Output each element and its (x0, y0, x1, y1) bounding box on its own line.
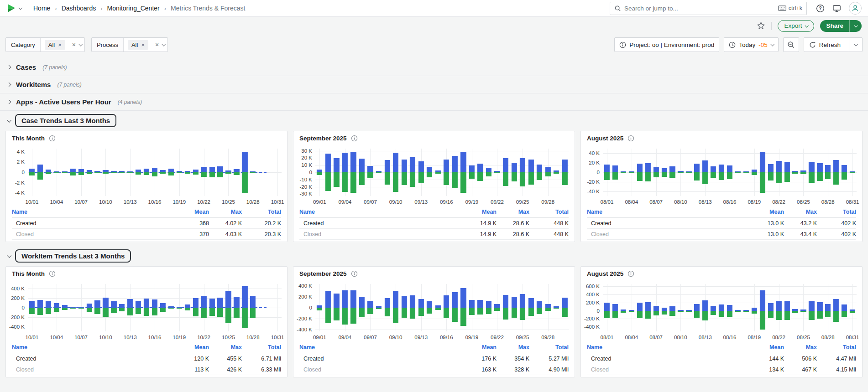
filter-value-chip[interactable]: All× (45, 40, 65, 50)
x-tick-label: 10/13 (124, 199, 137, 205)
section-row-cases[interactable]: Cases(7 panels) (0, 59, 868, 76)
bar-chart[interactable]: 4 K2 K0-2 K-4 K (6, 149, 287, 196)
panel: August 2025 600 K400 K200 K0-200 K-400 K… (580, 266, 863, 377)
stats-header-max[interactable]: Max (209, 344, 242, 351)
refresh-interval-button[interactable] (849, 38, 862, 52)
chart-bar-closed (350, 172, 356, 193)
series-legend-created[interactable]: Created (12, 356, 176, 362)
avatar[interactable] (849, 2, 862, 15)
chart-plot-area[interactable] (315, 149, 569, 196)
chart-plot-area[interactable] (603, 284, 857, 331)
stats-header-total[interactable]: Total (242, 209, 281, 215)
refresh-button[interactable]: Refresh (804, 38, 846, 52)
series-legend-closed[interactable]: Closed (299, 366, 464, 373)
chart-bar-closed (401, 172, 407, 185)
filter-chip-remove-icon[interactable]: × (141, 42, 145, 48)
series-legend-closed[interactable]: Closed (12, 366, 176, 373)
stats-header-mean[interactable]: Mean (464, 344, 497, 351)
stat-value: 4.47 Mil (817, 356, 856, 362)
filter-chevron-icon[interactable] (78, 42, 82, 46)
chart-plot-area[interactable] (28, 284, 282, 331)
help-icon[interactable]: ? (816, 4, 825, 13)
stats-header-total[interactable]: Total (529, 209, 569, 215)
x-tick-label: 08/10 (674, 199, 687, 205)
stats-header-max[interactable]: Max (784, 209, 817, 215)
series-legend-created[interactable]: Created (587, 220, 751, 227)
panel-info-icon[interactable] (49, 135, 56, 142)
share-button[interactable]: Share (820, 20, 849, 32)
filter-chip-remove-icon[interactable]: × (58, 42, 62, 48)
stats-header-name[interactable]: Name (587, 209, 751, 215)
series-legend-closed[interactable]: Closed (12, 231, 176, 237)
filter-clear-icon[interactable]: × (72, 41, 76, 48)
share-menu-button[interactable] (849, 20, 862, 32)
breadcrumb-item[interactable]: Dashboards (62, 5, 96, 12)
series-legend-created[interactable]: Created (299, 220, 464, 227)
panel: This Month 400 K200 K0-200 K-400 K 10/01… (5, 266, 288, 377)
stats-header-name[interactable]: Name (12, 344, 176, 351)
panel-info-icon[interactable] (627, 135, 634, 142)
filter-chevron-icon[interactable] (162, 42, 166, 46)
stats-header-name[interactable]: Name (12, 209, 176, 215)
chart-bar-closed (833, 172, 839, 185)
stats-header-name[interactable]: Name (299, 344, 464, 351)
stats-header-mean[interactable]: Mean (176, 209, 209, 215)
section-row-apps[interactable]: Apps - Active Users Per Hour(4 panels) (0, 93, 868, 111)
panel-info-icon[interactable] (351, 135, 358, 142)
bar-chart[interactable]: 400 K200 K0-200 K-400 K (293, 284, 575, 331)
stats-header-total[interactable]: Total (242, 344, 281, 351)
zoom-out-button[interactable] (783, 37, 799, 52)
panel-info-icon[interactable] (49, 270, 56, 277)
stats-header-mean[interactable]: Mean (751, 344, 784, 351)
x-tick-label: 10/25 (222, 199, 235, 205)
chart-plot-area[interactable] (603, 149, 857, 196)
time-range-picker[interactable]: Today -05 (724, 37, 779, 52)
stats-header-mean[interactable]: Mean (464, 209, 497, 215)
panel-info-icon[interactable] (627, 270, 634, 277)
stats-header-total[interactable]: Total (529, 344, 569, 351)
panel-info-icon[interactable] (351, 270, 358, 277)
filter-value-chip[interactable]: All× (128, 40, 148, 50)
series-legend-created[interactable]: Created (12, 220, 176, 227)
project-environment-button[interactable]: Project: oo | Environment: prod (614, 37, 719, 52)
keyboard-icon (778, 5, 786, 11)
series-legend-created[interactable]: Created (299, 356, 464, 362)
org-switcher-chevron-icon[interactable] (18, 6, 22, 10)
chart-bar-created (776, 161, 782, 172)
section-row-workitems[interactable]: Workitems(7 panels) (0, 76, 868, 93)
chart-bar-closed (817, 311, 822, 319)
bar-chart[interactable]: 30 K20 K10 K0-10 K-20 K-30 K (293, 149, 575, 196)
stats-header-total[interactable]: Total (817, 344, 856, 351)
stats-header-name[interactable]: Name (299, 209, 464, 215)
favorite-star-icon[interactable] (757, 21, 765, 30)
search-input[interactable]: Search or jump to... ctrl+k (610, 2, 807, 15)
stats-header-name[interactable]: Name (587, 344, 751, 351)
breadcrumb-item[interactable]: Home (33, 5, 50, 12)
section-header-workitem-trends[interactable]: WorkItem Trends Last 3 Months (0, 246, 868, 264)
bar-chart[interactable]: 400 K200 K0-200 K-400 K (6, 284, 287, 331)
stats-header-mean[interactable]: Mean (176, 344, 209, 351)
filter-clear-icon[interactable]: × (155, 41, 159, 48)
chart-bar-closed (359, 308, 365, 317)
stats-header-max[interactable]: Max (784, 344, 817, 351)
chart-plot-area[interactable] (28, 149, 282, 196)
stats-header-max[interactable]: Max (497, 209, 529, 215)
breadcrumb-item[interactable]: Monitoring_Center (107, 5, 160, 12)
stats-header-mean[interactable]: Mean (751, 209, 784, 215)
y-tick-label: -200 K (9, 315, 25, 320)
bar-chart[interactable]: 40 K20 K0-20 K-40 K (581, 149, 862, 196)
section-header-case-trends[interactable]: Case Trends Last 3 Months (0, 111, 868, 129)
stats-header-total[interactable]: Total (817, 209, 856, 215)
stats-header-max[interactable]: Max (209, 209, 242, 215)
chart-plot-area[interactable] (315, 284, 569, 331)
chart-bar-closed (545, 308, 551, 311)
series-legend-closed[interactable]: Closed (587, 366, 751, 373)
series-legend-created[interactable]: Created (587, 356, 751, 362)
series-legend-closed[interactable]: Closed (299, 231, 464, 237)
monitor-icon[interactable] (832, 4, 841, 13)
stats-header-max[interactable]: Max (497, 344, 529, 351)
export-button[interactable]: Export (778, 20, 814, 32)
series-legend-closed[interactable]: Closed (587, 231, 751, 237)
bar-chart[interactable]: 600 K400 K200 K0-200 K-400 K (581, 284, 862, 331)
app-logo[interactable] (6, 3, 21, 13)
